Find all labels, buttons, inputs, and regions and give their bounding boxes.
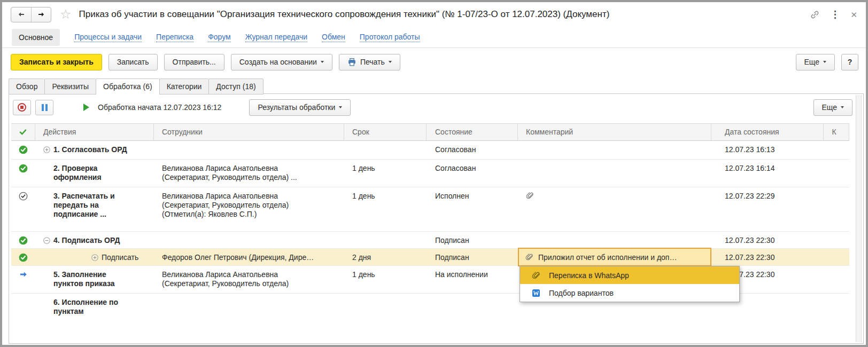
- tab-access[interactable]: Доступ (18): [208, 78, 263, 94]
- document-window: ☆ Приказ об участии в совещании "Организ…: [2, 2, 866, 345]
- forward-arrow-icon: [37, 10, 45, 19]
- stop-processing-button[interactable]: [13, 100, 31, 115]
- help-button[interactable]: ?: [841, 54, 858, 70]
- state-date-cell: 12.07.23 22:30: [711, 232, 824, 248]
- close-icon[interactable]: ✕: [850, 11, 857, 19]
- nav-item-forum[interactable]: Форум: [208, 33, 231, 42]
- employees-cell: [154, 141, 344, 159]
- k-cell: [824, 294, 849, 336]
- pause-icon: [42, 104, 48, 111]
- create-based-on-button[interactable]: Создать на основании: [231, 54, 332, 70]
- term-cell: 2 дня: [344, 249, 427, 265]
- printer-icon: [347, 58, 356, 67]
- header-term[interactable]: Срок: [344, 124, 427, 140]
- state-date-cell: 12.07.23 16:14: [711, 160, 824, 187]
- state-date-cell: 12.07.23 16:13: [711, 141, 824, 159]
- table-row-selected[interactable]: Подписать Федоров Олег Петрович (Дирекци…: [11, 249, 849, 266]
- employees-cell: [154, 232, 344, 248]
- nav-item-work-protocol[interactable]: Протокол работы: [360, 33, 420, 42]
- expand-plus-icon[interactable]: [43, 146, 50, 153]
- action-cell: 2. Проверка оформления: [35, 160, 154, 187]
- menu-item-label: Переписка в WhatsApp: [549, 271, 629, 280]
- send-button[interactable]: Отправить...: [164, 54, 224, 70]
- nav-item-exchange[interactable]: Обмен: [322, 33, 345, 42]
- comment-text: Приложил отчет об исполнении и доп…: [538, 253, 677, 262]
- scrollbar-thumb[interactable]: [856, 95, 861, 342]
- tab-categories[interactable]: Категории: [159, 78, 209, 94]
- action-title: 4. Подписать ОРД: [53, 236, 120, 245]
- processing-results-button[interactable]: Результаты обработки: [249, 99, 351, 116]
- header-employees[interactable]: Сотрудники: [154, 124, 344, 140]
- collapse-minus-icon[interactable]: [43, 237, 50, 244]
- pause-processing-button[interactable]: [35, 100, 53, 115]
- more-label: Еще: [804, 58, 820, 66]
- nav-item-transfer-log[interactable]: Журнал передачи: [245, 33, 307, 42]
- row-status-cell: [11, 294, 35, 336]
- state-cell: [427, 294, 518, 336]
- header-state[interactable]: Состояние: [427, 124, 518, 140]
- action-title: 2. Проверка оформления: [53, 164, 135, 182]
- favorite-star-icon[interactable]: ☆: [60, 8, 72, 21]
- employees-cell: Великанова Лариса Анатольевна (Секретари…: [154, 160, 344, 187]
- employees-cell: Федоров Олег Петрович (Дирекция, Дире…: [154, 249, 344, 265]
- chevron-down-icon: [321, 61, 324, 63]
- save-and-close-button[interactable]: Записать и закрыть: [11, 54, 102, 70]
- action-cell: 5. Заполнение пунктов приказа: [35, 266, 154, 293]
- print-button[interactable]: Печать: [339, 54, 400, 70]
- header-state-date[interactable]: Дата состояния: [711, 124, 824, 140]
- forward-button[interactable]: [31, 7, 51, 22]
- table-more-button[interactable]: Еще: [813, 99, 853, 116]
- table-header-row: Действия Сотрудники Срок Состояние Комме…: [11, 123, 849, 141]
- k-cell: [824, 249, 849, 265]
- expander-placeholder: [43, 299, 50, 306]
- menu-item-variants[interactable]: Подбор вариантов: [520, 284, 739, 302]
- header-actions[interactable]: Действия: [35, 124, 154, 140]
- nav-item-correspondence[interactable]: Переписка: [156, 33, 193, 42]
- term-cell: [344, 294, 427, 336]
- tab-requisites[interactable]: Реквизиты: [44, 78, 96, 94]
- action-cell: 6. Исполнение по пунктам: [35, 294, 154, 336]
- more-button[interactable]: Еще: [796, 54, 835, 70]
- header-comment[interactable]: Комментарий: [518, 124, 711, 140]
- back-arrow-icon: [17, 10, 26, 19]
- nav-item-main[interactable]: Основное: [12, 29, 60, 46]
- action-title: 5. Заполнение пунктов приказа: [53, 270, 135, 288]
- save-button[interactable]: Записать: [108, 54, 158, 70]
- header-status-column[interactable]: [11, 124, 35, 140]
- k-cell: [824, 232, 849, 248]
- more-menu-icon[interactable]: ⋮: [830, 10, 840, 19]
- word-icon: [532, 289, 540, 297]
- check-outline-icon: [19, 192, 28, 231]
- print-label: Печать: [360, 58, 385, 66]
- menu-item-whatsapp[interactable]: Переписка в WhatsApp: [520, 266, 739, 284]
- titlebar-actions: ⋮ ✕: [810, 10, 857, 19]
- state-cell: На исполнении: [427, 266, 518, 293]
- table-row[interactable]: 4. Подписать ОРД Подписан 12.07.23 22:30: [11, 232, 849, 249]
- table-row[interactable]: 2. Проверка оформления Великанова Лариса…: [11, 160, 849, 187]
- tab-overview[interactable]: Обзор: [9, 78, 44, 94]
- tab-processing[interactable]: Обработка (6): [96, 78, 159, 94]
- expander-placeholder: [43, 193, 50, 200]
- back-button[interactable]: [11, 7, 31, 22]
- table-row[interactable]: 3. Распечатать и передать на подписание …: [11, 187, 849, 232]
- history-nav-group: [11, 7, 51, 22]
- state-date-cell: 12.07.23 22:30: [711, 249, 824, 265]
- comment-cell-selected[interactable]: Приложил отчет об исполнении и доп…: [518, 248, 711, 266]
- play-icon: [83, 104, 89, 111]
- expand-plus-icon[interactable]: [91, 254, 98, 261]
- command-bar: Записать и закрыть Записать Отправить...…: [2, 48, 866, 70]
- state-cell: Согласован: [427, 160, 518, 187]
- header-k[interactable]: К: [824, 124, 849, 140]
- row-status-cell: [11, 249, 35, 265]
- action-title: 6. Исполнение по пунктам: [53, 298, 135, 316]
- vertical-scrollbar[interactable]: [856, 95, 862, 342]
- nav-item-processes[interactable]: Процессы и задачи: [74, 33, 142, 42]
- check-green-icon: [19, 164, 28, 187]
- link-icon[interactable]: [810, 10, 819, 19]
- row-status-cell: [11, 187, 35, 231]
- action-cell: Подписать: [35, 249, 154, 265]
- processing-toolbar: Обработка начата 12.07.2023 16:12 Резуль…: [9, 94, 863, 116]
- page-title: Приказ об участии в совещании "Организац…: [79, 9, 804, 20]
- employees-text: Великанова Лариса Анатольевна (Секретари…: [162, 164, 322, 182]
- table-row[interactable]: 1. Согласовать ОРД Согласован 12.07.23 1…: [11, 141, 849, 160]
